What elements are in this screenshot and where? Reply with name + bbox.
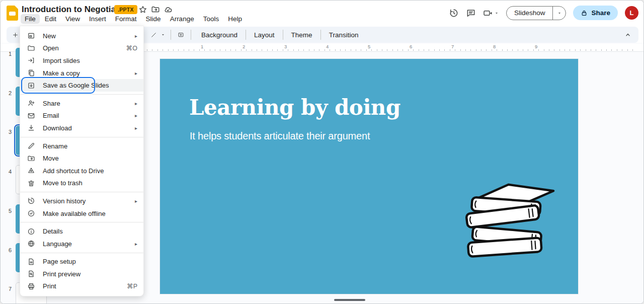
import-icon [27, 56, 35, 64]
ruler-tick [627, 49, 628, 51]
toolbar-button-layout[interactable]: Layout [249, 29, 280, 41]
books-stack-illustration[interactable] [454, 176, 562, 269]
person-add-icon [27, 99, 35, 107]
menu-item-share[interactable]: Share▸ [20, 97, 143, 110]
ruler-number: 6 [410, 44, 412, 49]
menubar-item-arrange[interactable]: Arrange [166, 14, 198, 24]
notes-resize-handle[interactable] [334, 299, 365, 301]
ruler-tick [444, 49, 445, 51]
video-camera-icon[interactable] [483, 8, 493, 18]
menu-item-move[interactable]: Move [20, 152, 143, 165]
ruler-tick [257, 49, 257, 51]
line-tool-button[interactable] [149, 30, 158, 40]
add-comment-button[interactable] [176, 30, 186, 40]
printer-icon [27, 282, 35, 290]
account-avatar[interactable]: L [625, 6, 638, 20]
menu-item-save-as-google-slides[interactable]: Save as Google Slides [20, 79, 143, 92]
menubar-item-help[interactable]: Help [224, 14, 246, 24]
toolbar-separator [171, 30, 171, 40]
menu-item-open[interactable]: Open⌘O [20, 42, 143, 55]
menu-item-rename[interactable]: Rename [20, 140, 143, 153]
ruler-tick [486, 49, 487, 51]
ruler-tick [596, 49, 596, 51]
menu-item-make-a-copy[interactable]: Make a copy▸ [20, 67, 143, 80]
ruler-tick [157, 49, 158, 51]
ruler-tick [544, 49, 544, 51]
share-button[interactable]: Share [573, 6, 618, 20]
menu-item-print-preview[interactable]: Print preview [20, 268, 143, 280]
slide-title-text[interactable]: Learning by doing [189, 95, 400, 120]
menu-item-version-history[interactable]: Version history▸ [20, 195, 143, 207]
menu-item-move-to-trash[interactable]: Move to trash [20, 177, 143, 190]
menubar-item-file[interactable]: File [21, 14, 40, 24]
ruler-tick [252, 49, 252, 51]
menu-item-label: Share [43, 100, 60, 107]
menu-item-new[interactable]: New▸ [20, 30, 143, 42]
menu-item-label: Download [43, 124, 72, 132]
caret-down-icon[interactable] [494, 11, 499, 16]
menubar-item-slide[interactable]: Slide [142, 14, 165, 24]
menubar-item-view[interactable]: View [61, 14, 84, 24]
lock-icon [581, 10, 588, 17]
comments-icon[interactable] [466, 8, 476, 18]
ruler-tick [303, 49, 304, 51]
slide-number: 6 [4, 247, 12, 253]
menu-item-language[interactable]: Language▸ [20, 238, 143, 250]
menu-item-print[interactable]: Print⌘P [20, 280, 143, 293]
toolbar-button-transition[interactable]: Transition [324, 29, 364, 41]
ruler-number: 2 [243, 44, 245, 49]
menubar-item-tools[interactable]: Tools [199, 14, 223, 24]
menu-item-add-shortcut-to-drive[interactable]: Add shortcut to Drive [20, 165, 143, 177]
menu-item-make-available-offline[interactable]: Make available offline [20, 207, 143, 220]
google-slides-logo-icon[interactable] [7, 6, 18, 21]
folder-move-icon [27, 155, 35, 163]
ruler-tick [492, 49, 492, 51]
toolbar-buttons: BackgroundLayoutThemeTransition [196, 29, 363, 41]
menu-item-label: Version history [43, 197, 86, 205]
slideshow-button[interactable]: Slideshow [507, 7, 553, 20]
menu-item-label: Import slides [43, 57, 80, 64]
slide-number: 7 [4, 286, 12, 292]
meet-presentation-control[interactable] [483, 8, 499, 18]
slideshow-options-caret[interactable] [552, 7, 566, 20]
new-slide-plus-button[interactable] [11, 30, 20, 40]
submenu-arrow-icon: ▸ [135, 198, 137, 204]
ruler-tick [439, 49, 440, 51]
ruler-tick [204, 49, 205, 51]
current-slide[interactable]: Learning by doing It helps students arti… [160, 59, 578, 294]
file-menu-section: Version history▸Make available offline [20, 192, 143, 222]
menubar-item-edit[interactable]: Edit [41, 14, 60, 24]
menu-item-label: Language [43, 240, 72, 248]
version-history-icon[interactable] [449, 8, 459, 18]
menu-item-details[interactable]: Details [20, 225, 143, 238]
menu-item-label: Add shortcut to Drive [43, 167, 104, 175]
toolbar-button-theme[interactable]: Theme [286, 29, 317, 41]
ruler-tick [210, 49, 210, 51]
menu-item-email[interactable]: Email▸ [20, 110, 143, 122]
ruler-tick [298, 49, 299, 51]
cloud-saved-icon[interactable] [164, 5, 173, 14]
ruler-tick [419, 49, 419, 51]
ruler-number: 7 [451, 44, 454, 49]
menu-item-download[interactable]: Download▸ [20, 122, 143, 134]
ruler-tick [575, 49, 576, 51]
file-menu-section: Share▸Email▸Download▸ [20, 94, 143, 137]
ruler-tick [293, 49, 294, 51]
line-tool-caret-icon[interactable] [160, 32, 166, 37]
slide-subtitle-text[interactable]: It helps students articulate their argum… [190, 130, 370, 142]
toolbar-button-background[interactable]: Background [196, 29, 243, 41]
menu-item-import-slides[interactable]: Import slides [20, 54, 143, 67]
menubar-item-format[interactable]: Format [111, 14, 141, 24]
toolbar-separator [320, 30, 321, 40]
menu-item-label: Page setup [43, 258, 76, 265]
ruler-tick [366, 49, 367, 51]
ruler-tick [465, 49, 466, 51]
menu-item-page-setup[interactable]: Page setup [20, 256, 143, 268]
move-folder-icon[interactable] [151, 5, 160, 14]
star-icon[interactable] [138, 5, 147, 14]
collapse-toolbar-button[interactable] [623, 30, 632, 39]
ruler-tick [168, 49, 169, 51]
menubar-item-insert[interactable]: Insert [85, 14, 110, 24]
ruler-tick [319, 49, 319, 51]
ruler-tick [387, 49, 387, 51]
